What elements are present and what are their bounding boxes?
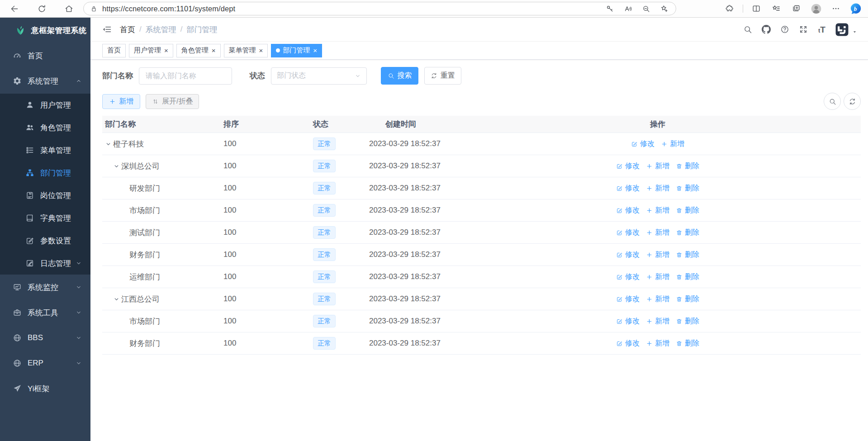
dept-name-input[interactable] bbox=[139, 67, 232, 85]
add-link[interactable]: 新增 bbox=[646, 339, 669, 348]
sidebar-item-role-mgmt[interactable]: 角色管理 bbox=[0, 116, 90, 139]
add-link[interactable]: 新增 bbox=[646, 161, 669, 171]
delete-link[interactable]: 删除 bbox=[676, 317, 699, 326]
tab-menu-mgmt[interactable]: 菜单管理× bbox=[224, 44, 268, 57]
expand-caret-icon[interactable] bbox=[113, 163, 120, 170]
key-button[interactable] bbox=[604, 1, 615, 16]
modify-link[interactable]: 修改 bbox=[616, 272, 640, 282]
modify-link[interactable]: 修改 bbox=[616, 317, 640, 326]
tab-dept-mgmt[interactable]: 部门管理× bbox=[271, 44, 322, 57]
status-badge: 正常 bbox=[313, 160, 336, 172]
reload-button[interactable] bbox=[33, 1, 51, 16]
modify-link[interactable]: 修改 bbox=[631, 139, 655, 149]
sidebar-item-label: ERP bbox=[28, 359, 43, 368]
delete-link[interactable]: 删除 bbox=[676, 161, 699, 171]
user-avatar[interactable] bbox=[835, 23, 857, 37]
search-button[interactable]: 搜索 bbox=[381, 67, 418, 85]
add-button[interactable]: 新增 bbox=[102, 94, 140, 109]
add-link[interactable]: 新增 bbox=[646, 272, 669, 282]
zoom-out-button[interactable] bbox=[640, 1, 651, 16]
sidebar-item-system-mgmt[interactable]: 系统管理 bbox=[0, 68, 90, 94]
dept-name-cell: 财务部门 bbox=[102, 250, 223, 260]
add-link[interactable]: 新增 bbox=[646, 250, 669, 260]
add-link[interactable]: 新增 bbox=[646, 206, 669, 215]
more-button[interactable] bbox=[829, 1, 843, 16]
font-size-button[interactable]: tT bbox=[816, 22, 828, 37]
modify-link[interactable]: 修改 bbox=[616, 250, 640, 260]
sidebar-item-yi-framework[interactable]: Yi框架 bbox=[0, 376, 90, 401]
expand-caret-icon[interactable] bbox=[105, 141, 112, 147]
modify-link[interactable]: 修改 bbox=[616, 206, 640, 215]
sidebar-item-user-mgmt[interactable]: 用户管理 bbox=[0, 94, 90, 116]
sidebar-item-param-settings[interactable]: 参数设置 bbox=[0, 229, 90, 252]
header-search-button[interactable] bbox=[742, 22, 754, 37]
expand-collapse-button[interactable]: 展开/折叠 bbox=[146, 94, 199, 109]
tab-home[interactable]: 首页 bbox=[102, 44, 126, 57]
read-aloud-button[interactable] bbox=[622, 1, 633, 16]
dept-name-cell: 研发部门 bbox=[102, 183, 223, 194]
modify-link[interactable]: 修改 bbox=[616, 184, 640, 193]
tab-role-mgmt[interactable]: 角色管理× bbox=[176, 44, 221, 57]
close-icon[interactable]: × bbox=[164, 47, 168, 54]
add-link[interactable]: 新增 bbox=[646, 317, 669, 326]
breadcrumb-item[interactable]: 首页 bbox=[120, 24, 135, 35]
close-icon[interactable]: × bbox=[259, 47, 263, 54]
github-button[interactable] bbox=[760, 22, 772, 37]
trash-icon bbox=[676, 163, 683, 170]
menu-fold-icon[interactable] bbox=[102, 24, 112, 34]
add-link[interactable]: 新增 bbox=[646, 228, 669, 237]
sidebar-item-bbs[interactable]: BBS bbox=[0, 325, 90, 351]
split-screen-button[interactable] bbox=[749, 1, 763, 16]
delete-link[interactable]: 删除 bbox=[676, 294, 699, 304]
sidebar-item-system-tools[interactable]: 系统工具 bbox=[0, 300, 90, 325]
sidebar-item-erp[interactable]: ERP bbox=[0, 351, 90, 376]
expand-caret-icon[interactable] bbox=[113, 296, 120, 303]
delete-link[interactable]: 删除 bbox=[676, 250, 699, 260]
sidebar-item-log-mgmt[interactable]: 日志管理 bbox=[0, 252, 90, 275]
add-link[interactable]: 新增 bbox=[646, 184, 669, 193]
search-circle-button[interactable] bbox=[824, 93, 841, 110]
delete-link[interactable]: 删除 bbox=[676, 228, 699, 237]
extensions-button[interactable] bbox=[723, 1, 736, 16]
modify-link[interactable]: 修改 bbox=[616, 228, 640, 237]
status-select[interactable]: 部门状态 bbox=[271, 67, 367, 85]
close-icon[interactable]: × bbox=[313, 47, 317, 54]
favorites-button[interactable] bbox=[769, 1, 783, 16]
created-time-cell: 2023-03-29 18:52:37 bbox=[369, 206, 608, 215]
sidebar-item-label: 首页 bbox=[28, 51, 43, 61]
tab-user-mgmt[interactable]: 用户管理× bbox=[129, 44, 173, 57]
action-label: 删除 bbox=[685, 272, 699, 282]
delete-link[interactable]: 删除 bbox=[676, 339, 699, 348]
sidebar-item-menu-mgmt[interactable]: 菜单管理 bbox=[0, 139, 90, 161]
dict-icon bbox=[25, 213, 34, 223]
bing-button[interactable]: b bbox=[849, 1, 863, 16]
close-icon[interactable]: × bbox=[212, 47, 216, 54]
trash-icon bbox=[676, 251, 683, 258]
fullscreen-button[interactable] bbox=[797, 22, 809, 37]
delete-link[interactable]: 删除 bbox=[676, 184, 699, 193]
tools-icon bbox=[13, 308, 22, 317]
modify-link[interactable]: 修改 bbox=[616, 339, 640, 348]
sidebar-item-dict-mgmt[interactable]: 字典管理 bbox=[0, 207, 90, 229]
sidebar-item-post-mgmt[interactable]: 岗位管理 bbox=[0, 184, 90, 207]
collections-button[interactable] bbox=[789, 1, 803, 16]
delete-link[interactable]: 删除 bbox=[676, 206, 699, 215]
modify-link[interactable]: 修改 bbox=[616, 294, 640, 304]
breadcrumb-item: 系统管理 bbox=[146, 24, 176, 35]
add-link[interactable]: 新增 bbox=[646, 294, 669, 304]
delete-link[interactable]: 删除 bbox=[676, 272, 699, 282]
refresh-circle-button[interactable] bbox=[844, 93, 861, 110]
add-link[interactable]: 新增 bbox=[661, 139, 684, 149]
profile-button[interactable] bbox=[809, 1, 823, 16]
sidebar-item-dept-mgmt[interactable]: 部门管理 bbox=[0, 161, 90, 184]
home-button[interactable] bbox=[60, 1, 78, 16]
actions-cell: 修改新增 bbox=[608, 139, 707, 149]
back-button[interactable] bbox=[5, 1, 24, 16]
reset-button[interactable]: 重置 bbox=[424, 67, 461, 85]
address-bar[interactable]: https://ccnetcore.com:1101/system/dept bbox=[83, 2, 676, 15]
help-button[interactable] bbox=[779, 22, 791, 37]
sidebar-item-home[interactable]: 首页 bbox=[0, 43, 90, 68]
favorite-add-button[interactable] bbox=[659, 1, 669, 16]
modify-link[interactable]: 修改 bbox=[616, 161, 640, 171]
sidebar-item-system-monitor[interactable]: 系统监控 bbox=[0, 275, 90, 300]
